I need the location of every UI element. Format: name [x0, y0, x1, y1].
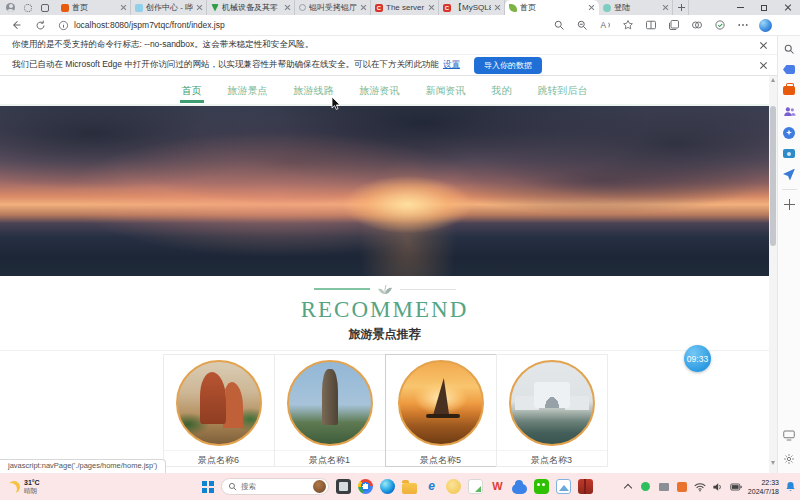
- start-button[interactable]: [202, 481, 214, 493]
- recording-timer-badge[interactable]: 09:33: [684, 345, 711, 372]
- tab-4[interactable]: 锟叫受拷锟厅拷: [295, 0, 371, 15]
- tab-2[interactable]: 创作中心 - 哔哩: [131, 0, 207, 15]
- attraction-card[interactable]: 景点名称1: [274, 354, 386, 467]
- tab-close-icon[interactable]: [494, 4, 501, 11]
- nav-home[interactable]: 首页: [180, 78, 204, 103]
- copilot-icon[interactable]: [759, 19, 772, 32]
- chrome-icon[interactable]: [358, 479, 373, 494]
- search-placeholder: 搜索: [241, 482, 309, 492]
- volume-icon[interactable]: [712, 481, 724, 493]
- refresh-icon[interactable]: [32, 17, 48, 33]
- notification-bell-icon[interactable]: [785, 481, 796, 492]
- attraction-card[interactable]: 景点名称6: [163, 354, 275, 467]
- read-aloud-icon[interactable]: A: [598, 18, 612, 32]
- nav-mine[interactable]: 我的: [490, 78, 514, 103]
- tray-status-icon[interactable]: [640, 481, 652, 493]
- site-info-icon[interactable]: [58, 20, 69, 31]
- import-data-button[interactable]: 导入你的数据: [474, 57, 542, 74]
- file-explorer-icon[interactable]: [402, 483, 417, 494]
- find-on-page-icon[interactable]: [552, 18, 566, 32]
- tab-bar-left-controls: [0, 0, 57, 15]
- profile-icon[interactable]: [6, 3, 15, 12]
- browser-essentials-icon[interactable]: [690, 18, 704, 32]
- page-scrollbar[interactable]: [769, 76, 777, 473]
- taskbar-clock[interactable]: 22:33 2024/7/18: [748, 479, 779, 495]
- nav-routes[interactable]: 旅游线路: [292, 78, 336, 103]
- close-icon[interactable]: [759, 61, 768, 70]
- sidebar-search-icon[interactable]: [783, 42, 796, 55]
- cloud-app-icon[interactable]: [512, 484, 527, 494]
- edge-icon[interactable]: [380, 479, 395, 494]
- nav-backend[interactable]: 跳转到后台: [536, 78, 590, 103]
- sidebar-people-icon[interactable]: [783, 105, 796, 118]
- minimize-button[interactable]: [728, 0, 752, 15]
- split-screen-icon[interactable]: [644, 18, 658, 32]
- tray-chat-icon[interactable]: [676, 481, 688, 493]
- attraction-cards: 景点名称6 景点名称1 景点名称5 景点名称3: [0, 354, 769, 467]
- nav-news[interactable]: 新闻资讯: [424, 78, 468, 103]
- settings-more-icon[interactable]: [736, 18, 750, 32]
- weather-widget[interactable]: 31°C 晴朗: [8, 479, 40, 494]
- close-window-button[interactable]: [776, 0, 800, 15]
- tab-close-icon[interactable]: [428, 4, 435, 11]
- sidebar-shopping-icon[interactable]: [783, 84, 796, 97]
- tab-close-icon[interactable]: [588, 4, 595, 11]
- maximize-button[interactable]: [752, 0, 776, 15]
- favorites-icon[interactable]: [621, 18, 635, 32]
- settings-link[interactable]: 设置: [443, 59, 460, 71]
- reader-app-icon[interactable]: [578, 479, 593, 494]
- tab-close-icon[interactable]: [120, 4, 127, 11]
- tab-close-icon[interactable]: [196, 4, 203, 11]
- cast-screen-icon[interactable]: [783, 429, 796, 442]
- scroll-down-icon[interactable]: [771, 461, 775, 465]
- taskbar-search[interactable]: 搜索: [221, 478, 329, 495]
- tab-7-active[interactable]: 首页: [505, 0, 599, 15]
- tray-printer-icon[interactable]: [658, 481, 670, 493]
- nav-attractions[interactable]: 旅游景点: [226, 78, 270, 103]
- back-icon[interactable]: [8, 17, 24, 33]
- app-yellow-icon[interactable]: [446, 479, 461, 494]
- task-view-icon[interactable]: [336, 479, 351, 494]
- scroll-up-icon[interactable]: [771, 78, 775, 82]
- close-icon[interactable]: [759, 41, 768, 50]
- wifi-icon[interactable]: [694, 481, 706, 493]
- attraction-card[interactable]: 景点名称3: [496, 354, 608, 467]
- tab-actions-icon[interactable]: [41, 4, 49, 12]
- url-text[interactable]: localhost:8080/jspm7vtqc/front/index.jsp: [74, 20, 225, 30]
- wechat-icon[interactable]: [534, 479, 549, 494]
- notes-app-icon[interactable]: [468, 479, 483, 494]
- tab-close-icon[interactable]: [662, 4, 669, 11]
- tab-close-icon[interactable]: [284, 4, 291, 11]
- tab-8[interactable]: 登陆: [599, 0, 673, 15]
- collections-icon[interactable]: [667, 18, 681, 32]
- nav-travel-info[interactable]: 旅游资讯: [358, 78, 402, 103]
- sidebar-camera-icon[interactable]: [783, 147, 796, 160]
- password-saved-icon[interactable]: [713, 18, 727, 32]
- tab-close-icon[interactable]: [360, 4, 367, 11]
- sidebar-send-icon[interactable]: [783, 168, 796, 181]
- windows-taskbar: 31°C 晴朗 搜索 e W: [0, 473, 800, 500]
- attraction-photo-palace: [509, 360, 595, 446]
- ie-browser-icon[interactable]: e: [424, 479, 439, 494]
- battery-icon[interactable]: [730, 481, 742, 493]
- tab-6[interactable]: C【MySQL8.0精: [439, 0, 505, 15]
- search-highlight-thumbnail[interactable]: [313, 480, 326, 493]
- sandbox-warning-bar: 你使用的是不受支持的命令行标志: --no-sandbox。这会带来稳定性和安全…: [0, 36, 800, 55]
- sidebar-add-icon[interactable]: [783, 198, 796, 211]
- tab-3[interactable]: 机械设备及其零: [207, 0, 295, 15]
- address-bar[interactable]: localhost:8080/jspm7vtqc/front/index.jsp: [58, 20, 552, 31]
- sidebar-tag-icon[interactable]: [783, 63, 796, 76]
- sidebar-settings-icon[interactable]: [783, 452, 796, 465]
- wps-icon[interactable]: W: [490, 479, 505, 494]
- scrollbar-thumb[interactable]: [770, 106, 776, 246]
- attraction-card[interactable]: 景点名称5: [385, 354, 497, 467]
- sidebar-designer-icon[interactable]: [783, 126, 796, 139]
- new-tab-button[interactable]: [673, 0, 689, 15]
- photos-app-icon[interactable]: [556, 479, 571, 494]
- workspaces-icon[interactable]: [24, 4, 32, 12]
- tab-1[interactable]: 首页: [57, 0, 131, 15]
- zoom-icon[interactable]: [575, 18, 589, 32]
- tray-expand-icon[interactable]: [622, 481, 634, 493]
- tab-5[interactable]: CThe server time: [371, 0, 439, 15]
- attraction-name: 景点名称1: [275, 450, 385, 467]
